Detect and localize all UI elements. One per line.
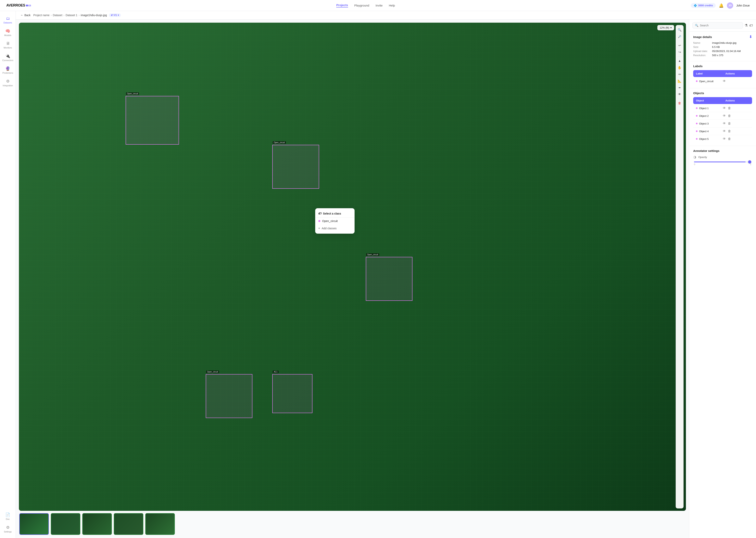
detail-resolution-value: 500 x 375	[712, 54, 723, 57]
thumbnail-4[interactable]	[145, 513, 175, 535]
popup-class-item-0[interactable]: Open_circuit	[315, 217, 354, 225]
app-body: 🗂 Datasets 🧠 Models 🖥 Monitors 🔌 Connect…	[0, 11, 756, 538]
object-eye-icon-3[interactable]: 👁	[723, 130, 726, 133]
opacity-slider-thumb[interactable]	[748, 160, 751, 164]
breadcrumb-project[interactable]: Project name	[33, 14, 49, 17]
logo: AVERROES ES	[6, 3, 31, 8]
version-chevron: ▾	[118, 14, 119, 17]
sidebar-item-monitors[interactable]: 🖥 Monitors	[1, 39, 15, 51]
thumbnail-3[interactable]	[114, 513, 143, 535]
object-eye-icon-1[interactable]: 👁	[723, 114, 726, 118]
tool-separator-1	[678, 41, 682, 41]
breadcrumb-dataset[interactable]: Dataset	[53, 14, 62, 17]
object-name-2: Object 3	[696, 122, 723, 125]
search-icon: 🔍	[695, 24, 698, 27]
object-delete-icon-0[interactable]: 🗑	[728, 106, 731, 110]
models-icon: 🧠	[5, 28, 10, 33]
tool-hide[interactable]: 👁	[677, 92, 683, 97]
filter-icon[interactable]: ⚗	[745, 23, 748, 27]
credits-badge[interactable]: 💠 3000 credits	[691, 3, 716, 8]
nav-invite[interactable]: Invite	[375, 4, 383, 7]
sidebar: 🗂 Datasets 🧠 Models 🖥 Monitors 🔌 Connect…	[0, 11, 16, 538]
thumbnail-strip	[19, 513, 686, 535]
object-row-0: Object 1 👁 🗑	[693, 104, 752, 112]
credits-icon: 💠	[693, 4, 697, 7]
label-text-0: Open_circuit	[699, 80, 714, 83]
labels-col-actions: Actions	[723, 70, 752, 77]
monitors-icon: 🖥	[6, 41, 10, 46]
search-input-wrap: 🔍	[692, 22, 743, 28]
tool-select[interactable]: ▲	[677, 58, 683, 64]
tool-delete[interactable]: 🗑	[677, 100, 683, 106]
detail-name-value: image1hdiu-dusjo.jpg	[712, 41, 736, 44]
breadcrumb-dataset1[interactable]: Dataset 1	[66, 14, 77, 17]
annotation-box-3[interactable]: Open_circuit	[366, 257, 412, 301]
labels-section: Labels Label Actions Open_circuit 👁	[689, 61, 756, 88]
object-eye-icon-0[interactable]: 👁	[723, 106, 726, 110]
objects-table-header: Object Actions	[693, 97, 752, 104]
nav-help[interactable]: Help	[389, 4, 395, 7]
annotation-box-4[interactable]: Open_circuit	[206, 374, 253, 418]
popup-add-classes[interactable]: + Add classes	[315, 225, 354, 232]
slider-min: 0	[694, 163, 695, 166]
back-button[interactable]: ← Back	[21, 13, 30, 17]
sidebar-item-integration[interactable]: ⚙ Integration	[1, 77, 15, 89]
object-eye-icon-2[interactable]: 👁	[723, 122, 726, 125]
back-arrow-icon: ←	[21, 13, 24, 17]
tool-zoom-in[interactable]: 🔍	[677, 27, 683, 32]
object-delete-icon-4[interactable]: 🗑	[728, 137, 731, 141]
annotation-label-5: AC1	[273, 371, 278, 373]
label-actions-0: 👁	[723, 80, 749, 83]
sidebar-item-predictions[interactable]: 🔮 Predictions	[1, 64, 15, 76]
opacity-row: ◑ Opacity	[693, 155, 752, 159]
zoom-control[interactable]: 12% (fit) ▾	[657, 25, 674, 30]
sidebar-item-doc[interactable]: 📄 Doc	[1, 511, 15, 522]
panel-scroll: Image details ⬇ Name: image1hdiu-dusjo.j…	[689, 31, 756, 538]
tool-undo[interactable]: ↩	[677, 42, 683, 48]
objects-title: Objects	[693, 91, 752, 95]
labels-table-header: Label Actions	[693, 70, 752, 77]
version-badge[interactable]: 🏷 V1 ▾	[109, 13, 121, 17]
download-icon[interactable]: ⬇	[749, 35, 752, 39]
annotation-box-5[interactable]: AC1	[272, 374, 312, 413]
sidebar-item-settings[interactable]: ⚙ Settings	[1, 523, 15, 535]
label-eye-icon-0[interactable]: 👁	[723, 80, 726, 83]
sidebar-label-doc: Doc	[6, 518, 10, 520]
tool-polygon[interactable]: 📐	[677, 78, 683, 84]
sidebar-label-predictions: Predictions	[2, 72, 13, 74]
tool-redo[interactable]: ↪	[677, 49, 683, 55]
tag-icon[interactable]: 🏷	[749, 24, 753, 27]
thumbnail-0[interactable]	[19, 513, 49, 535]
detail-upload-row: Upload date: 05/28/2023, 01:04:16 AM	[693, 50, 752, 53]
sidebar-item-datasets[interactable]: 🗂 Datasets	[1, 14, 15, 26]
thumbnail-1[interactable]	[51, 513, 80, 535]
datasets-icon: 🗂	[6, 16, 10, 21]
notification-bell[interactable]: 🔔	[719, 3, 724, 8]
logo-suffix: ES	[28, 4, 31, 7]
object-delete-icon-1[interactable]: 🗑	[728, 114, 731, 118]
zoom-chevron: ▾	[670, 26, 672, 29]
annotation-box-2[interactable]: Open_circuit	[272, 145, 319, 189]
object-text-4: Object 5	[699, 137, 709, 140]
tool-zoom-out[interactable]: 🔎	[677, 34, 683, 39]
tool-pan[interactable]: ✋	[677, 65, 683, 70]
object-delete-icon-2[interactable]: 🗑	[728, 122, 731, 125]
annotation-box-1[interactable]: Open_circuit	[125, 96, 179, 145]
tool-brush[interactable]: ✒	[677, 85, 683, 90]
popup-class-label-0: Open_circuit	[322, 219, 338, 223]
object-delete-icon-3[interactable]: 🗑	[728, 130, 731, 133]
search-input[interactable]	[700, 24, 740, 27]
popup-add-icon: +	[318, 227, 320, 230]
object-dot-3	[696, 131, 697, 132]
popup-header-icon: 🏷	[318, 212, 321, 215]
thumbnail-2[interactable]	[82, 513, 112, 535]
nav-projects[interactable]: Projects	[336, 3, 348, 8]
object-eye-icon-4[interactable]: 👁	[723, 137, 726, 141]
tool-draw[interactable]: ✏	[677, 72, 683, 77]
nav-playground[interactable]: Playground	[354, 4, 369, 7]
logo-dot	[26, 5, 28, 7]
sidebar-item-connectors[interactable]: 🔌 Connectors	[1, 52, 15, 63]
sidebar-item-models[interactable]: 🧠 Models	[1, 27, 15, 38]
logo-text: AVERROES	[6, 3, 25, 8]
detail-resolution-label: Resolution:	[693, 54, 711, 57]
